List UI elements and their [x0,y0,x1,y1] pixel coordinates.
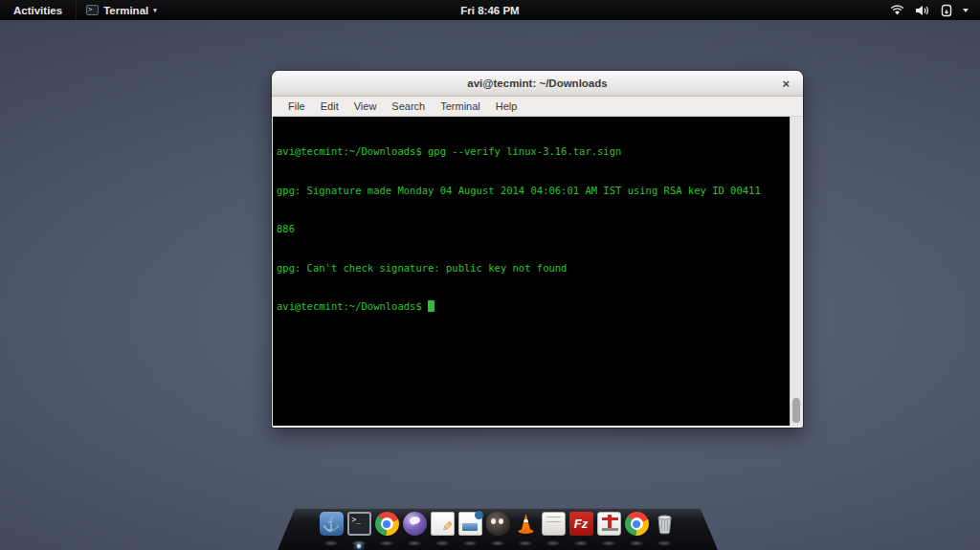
menu-terminal[interactable]: Terminal [433,99,488,114]
anchor-icon: ⚓ [320,512,344,536]
caret-down-icon [963,9,969,12]
terminal-output[interactable]: avi@tecmint:~/Downloads$ gpg --verify li… [273,117,790,426]
clock[interactable]: Fri 8:46 PM [460,5,519,16]
menu-search[interactable]: Search [384,99,433,114]
close-button[interactable]: × [778,71,793,96]
window-titlebar[interactable]: avi@tecmint: ~/Downloads × [272,71,803,97]
app-menu-terminal[interactable]: > Terminal ▾ [76,0,167,20]
scrollbar-thumb[interactable] [792,398,800,423]
dock-item-filezilla[interactable]: Fz [568,510,594,548]
terminal-line: gpg: Signature made Monday 04 August 201… [277,185,786,198]
menu-view[interactable]: View [346,99,385,114]
terminal-prompt-line: avi@tecmint:~/Downloads$ [277,300,786,314]
trash-icon [653,512,677,536]
dock: ⚓ >_ [278,508,718,550]
dock-item-trash[interactable] [652,510,678,548]
system-status-area[interactable] [890,0,980,20]
terminal-pane[interactable]: avi@tecmint:~/Downloads$ gpg --verify li… [273,117,802,426]
terminal-app-icon: >_ [347,512,371,536]
dock-item-libreoffice[interactable] [457,510,483,548]
battery-icon [941,4,952,17]
terminal-line: avi@tecmint:~/Downloads$ gpg --verify li… [277,145,786,159]
wifi-icon [890,5,904,16]
activities-button[interactable]: Activities [0,0,76,20]
dock-item-text-editor[interactable] [430,510,456,548]
volume-icon [915,5,930,16]
dock-item-web-browser[interactable] [402,510,428,548]
dock-item-chromium[interactable] [374,510,400,548]
dock-item-archive[interactable] [541,510,567,548]
terminal-icon: > [86,5,99,15]
terminal-line: 886 [277,223,786,236]
dock-item-gimp[interactable] [485,510,511,548]
terminal-scrollbar[interactable] [790,117,802,426]
running-indicator [357,544,361,548]
terminal-prompt: avi@tecmint:~/Downloads$ [277,300,428,312]
terminal-cursor [428,300,434,312]
menu-edit[interactable]: Edit [313,99,346,114]
gimp-icon [486,512,510,536]
menu-help[interactable]: Help [488,99,525,114]
purple-orb-browser-icon [403,512,427,536]
window-title: avi@tecmint: ~/Downloads [467,77,607,89]
filezilla-icon: Fz [569,512,593,536]
dock-item-docky-anchor[interactable]: ⚓ [319,510,345,548]
dock-item-chrome[interactable] [624,510,650,548]
app-menu-label: Terminal [103,5,148,16]
dock-item-press-tool[interactable] [596,510,622,548]
menu-file[interactable]: File [280,99,313,114]
chromium-icon [375,512,399,536]
chrome-icon [625,512,649,536]
top-panel: Activities > Terminal ▾ Fri 8:46 PM [0,0,980,20]
dock-item-terminal[interactable]: >_ [346,510,372,548]
document-icon [458,512,482,536]
chevron-down-icon: ▾ [153,7,157,14]
archive-box-icon [542,512,566,536]
window-menubar: File Edit View Search Terminal Help [272,97,803,117]
grape-press-icon [597,512,621,536]
dock-item-vlc[interactable] [513,510,539,548]
terminal-window: avi@tecmint: ~/Downloads × File Edit Vie… [272,71,803,428]
text-editor-icon [431,512,455,536]
activities-label: Activities [13,5,62,16]
vlc-cone-icon [514,512,538,536]
terminal-line: gpg: Can't check signature: public key n… [277,262,786,275]
